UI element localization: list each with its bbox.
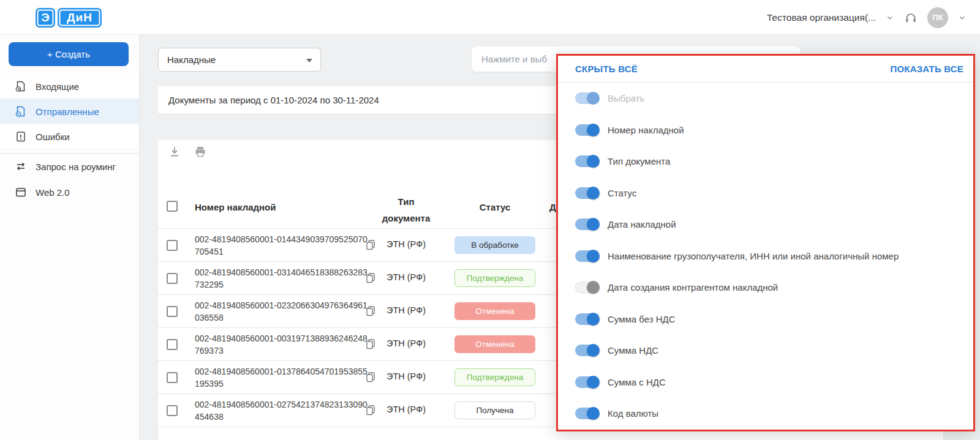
sidebar-item-label: Запрос на роуминг bbox=[36, 162, 116, 172]
organization-selector[interactable]: Тестовая организация(... bbox=[767, 12, 876, 23]
sidebar-item-sent[interactable]: Отправленные bbox=[0, 99, 139, 124]
toggle-label: Наименование грузополучателя, ИНН или ин… bbox=[608, 251, 899, 261]
roaming-arrows-icon bbox=[15, 160, 27, 173]
document-type: ЭТН (РФ) bbox=[366, 338, 446, 348]
create-button[interactable]: + Создать bbox=[9, 42, 129, 66]
toggle-knob bbox=[587, 187, 600, 199]
row-checkbox[interactable] bbox=[167, 306, 178, 317]
sidebar-item-label: Входящие bbox=[36, 81, 79, 92]
user-avatar[interactable]: ПК bbox=[927, 7, 948, 28]
toggle-label: Сумма с НДС bbox=[608, 377, 666, 387]
sidebar-item-web20[interactable]: Web 2.0 bbox=[0, 179, 139, 205]
toggle-switch[interactable] bbox=[575, 92, 598, 104]
logo-word-block: ДиН bbox=[58, 8, 102, 28]
download-icon bbox=[168, 145, 181, 158]
status-badge: Подтверждена bbox=[454, 269, 535, 287]
toggle-label: Номер накладной bbox=[608, 125, 684, 135]
toggle-switch[interactable] bbox=[575, 313, 598, 325]
popup-header: СКРЫТЬ ВСЁ ПОКАЗАТЬ ВСЕ bbox=[558, 56, 973, 83]
document-type-dropdown[interactable]: Накладные bbox=[158, 48, 321, 72]
support-headset-icon[interactable] bbox=[904, 11, 918, 24]
status-badge: Получена bbox=[454, 401, 535, 419]
toggle-knob bbox=[587, 124, 600, 136]
row-checkbox[interactable] bbox=[167, 339, 178, 350]
toggle-label: Код валюты bbox=[608, 408, 658, 419]
select-all-checkbox[interactable] bbox=[167, 201, 178, 212]
logo-letter-block: Э bbox=[36, 8, 55, 28]
clipboard-error-icon bbox=[15, 130, 27, 143]
sidebar-item-label: Отправленные bbox=[36, 106, 99, 117]
sidebar-item-incoming[interactable]: Входящие bbox=[0, 74, 139, 99]
download-button[interactable] bbox=[167, 144, 183, 160]
column-toggle-row: Наименование грузополучателя, ИНН или ин… bbox=[558, 241, 973, 272]
document-type-value: Накладные bbox=[167, 54, 216, 65]
toggle-switch[interactable] bbox=[575, 124, 598, 136]
sidebar-item-errors[interactable]: Ошибки bbox=[0, 124, 139, 149]
toggle-knob bbox=[587, 344, 600, 357]
status-badge: В обработке bbox=[454, 236, 535, 254]
document-number: 002-4819408560001-0314046518388263283732… bbox=[195, 267, 368, 291]
row-checkbox[interactable] bbox=[167, 273, 178, 284]
user-menu-chevron-icon[interactable] bbox=[958, 13, 967, 22]
document-number: 002-4819408560001-0232066304976364961036… bbox=[195, 300, 368, 324]
column-toggle-row: Сумма с НДС bbox=[558, 367, 973, 398]
edin-logo: Э ДиН bbox=[36, 8, 102, 28]
document-outgoing-icon bbox=[15, 105, 27, 117]
toggle-switch[interactable] bbox=[575, 376, 598, 388]
sidebar-item-roaming-request[interactable]: Запрос на роуминг bbox=[0, 154, 139, 179]
toggle-switch[interactable] bbox=[575, 218, 598, 230]
browser-window-icon bbox=[15, 186, 27, 198]
column-toggle-row: Сумма НДС bbox=[558, 335, 973, 367]
toggle-label: Выбрать bbox=[608, 93, 644, 103]
toggle-switch[interactable] bbox=[575, 250, 598, 262]
toggle-label: Дата накладной bbox=[608, 219, 676, 229]
document-type: ЭТН (РФ) bbox=[366, 305, 446, 315]
toggle-switch[interactable] bbox=[575, 187, 598, 199]
document-incoming-icon bbox=[15, 80, 27, 92]
toggle-label: Тип документа bbox=[608, 156, 670, 166]
status-badge: Отменена bbox=[454, 302, 535, 320]
period-text: Документы за период с 01-10-2024 по 30-1… bbox=[168, 95, 379, 105]
row-checkbox[interactable] bbox=[167, 240, 178, 251]
document-type: ЭТН (РФ) bbox=[366, 239, 446, 249]
toggle-knob bbox=[587, 376, 600, 389]
document-type: ЭТН (РФ) bbox=[366, 405, 446, 414]
document-number: 002-4819408560001-0137864054701953855195… bbox=[195, 366, 368, 390]
column-toggle-row: Тип документа bbox=[558, 146, 973, 177]
toggle-switch[interactable] bbox=[575, 282, 598, 293]
toggle-label: Статус bbox=[608, 188, 636, 198]
row-checkbox[interactable] bbox=[167, 405, 178, 416]
toggle-knob bbox=[587, 281, 600, 294]
top-bar: Э ДиН Тестовая организация(... ПК bbox=[0, 0, 980, 35]
toggle-switch[interactable] bbox=[575, 408, 598, 419]
toggle-knob bbox=[587, 313, 600, 326]
chevron-down-icon[interactable] bbox=[886, 13, 894, 22]
column-header-type: Тип документа bbox=[366, 193, 446, 226]
sidebar-item-label: Ошибки bbox=[36, 132, 70, 142]
sidebar-item-label: Web 2.0 bbox=[36, 187, 70, 198]
sidebar: + Создать Входящие Отправленные bbox=[0, 35, 140, 440]
column-settings-popup: СКРЫТЬ ВСЁ ПОКАЗАТЬ ВСЕ Выбрать Номер на… bbox=[556, 54, 975, 431]
toggle-knob bbox=[587, 250, 600, 263]
status-badge: Отменена bbox=[454, 335, 535, 353]
toggle-knob bbox=[587, 155, 600, 168]
toggle-label: Сумма без НДС bbox=[608, 314, 676, 324]
hide-all-link[interactable]: СКРЫТЬ ВСЁ bbox=[575, 64, 638, 74]
column-toggle-row: Сумма без НДС bbox=[558, 304, 973, 335]
show-all-link[interactable]: ПОКАЗАТЬ ВСЕ bbox=[890, 64, 963, 74]
app-window: Э ДиН Тестовая организация(... ПК + Созд… bbox=[0, 0, 980, 440]
print-button[interactable] bbox=[192, 144, 208, 160]
toggle-switch[interactable] bbox=[575, 155, 598, 167]
column-toggle-row: Номер накладной bbox=[558, 114, 973, 146]
document-number: 002-4819408560001-0275421374823133090454… bbox=[195, 399, 368, 423]
column-toggle-row: Дата создания контрагентом накладной bbox=[558, 272, 973, 304]
row-checkbox[interactable] bbox=[167, 372, 178, 383]
toggle-knob bbox=[587, 92, 600, 105]
toggle-label: Дата создания контрагентом накладной bbox=[608, 282, 778, 293]
document-type: ЭТН (РФ) bbox=[366, 371, 446, 381]
document-number: 002-4819408560001-0144349039709525070705… bbox=[195, 234, 368, 258]
toggle-switch[interactable] bbox=[575, 345, 598, 356]
column-toggle-row: Статус bbox=[558, 177, 973, 209]
document-number: 002-4819408560001-0031971388936246248769… bbox=[195, 333, 368, 357]
status-badge: Подтверждена bbox=[454, 368, 535, 386]
